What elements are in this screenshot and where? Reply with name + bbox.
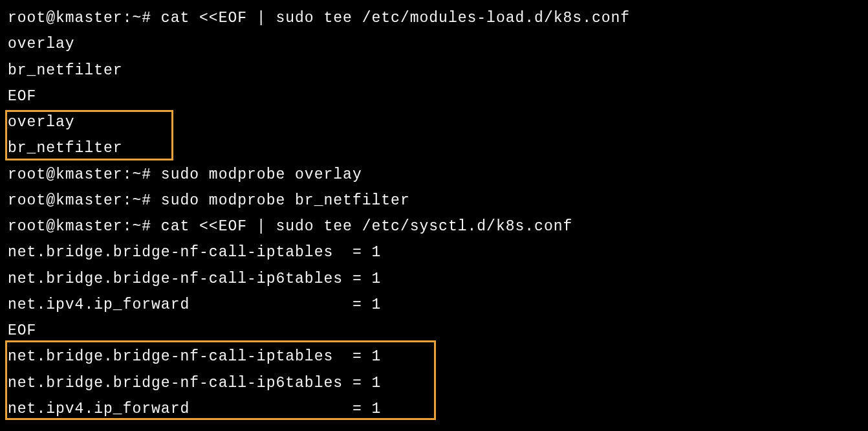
terminal-line: root@kmaster:~# cat <<EOF | sudo tee /et… — [8, 214, 860, 239]
terminal-line: br_netfilter — [8, 135, 860, 161]
terminal-output[interactable]: root@kmaster:~# cat <<EOF | sudo tee /et… — [8, 5, 860, 422]
terminal-line: net.bridge.bridge-nf-call-iptables = 1 — [8, 239, 860, 265]
terminal-line: net.ipv4.ip_forward = 1 — [8, 396, 860, 422]
terminal-line: net.bridge.bridge-nf-call-ip6tables = 1 — [8, 266, 860, 292]
terminal-line: root@kmaster:~# sudo modprobe br_netfilt… — [8, 188, 860, 214]
terminal-line: overlay — [8, 31, 860, 57]
terminal-line: EOF — [8, 318, 860, 344]
terminal-line: net.bridge.bridge-nf-call-ip6tables = 1 — [8, 370, 860, 396]
terminal-line: EOF — [8, 83, 860, 109]
terminal-line: overlay — [8, 109, 860, 135]
terminal-line: root@kmaster:~# cat <<EOF | sudo tee /et… — [8, 5, 860, 31]
terminal-line: net.bridge.bridge-nf-call-iptables = 1 — [8, 344, 860, 370]
terminal-line: root@kmaster:~# sudo modprobe overlay — [8, 162, 860, 188]
terminal-line: net.ipv4.ip_forward = 1 — [8, 292, 860, 318]
terminal-line: br_netfilter — [8, 58, 860, 83]
